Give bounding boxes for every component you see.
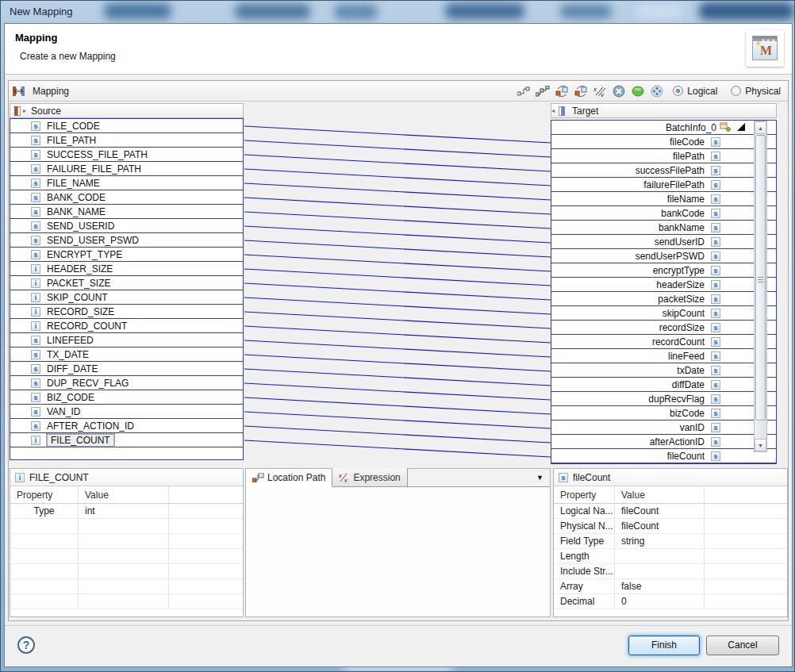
mapping-line[interactable]: [244, 283, 551, 300]
source-field-row[interactable]: sENCRYPT_TYPE: [10, 248, 243, 262]
source-field-row[interactable]: iSKIP_COUNT: [10, 290, 243, 305]
tab-menu-dropdown-icon[interactable]: ▼: [536, 474, 543, 482]
target-field-row[interactable]: afterActionIDs: [551, 435, 776, 449]
property-row[interactable]: Logical Na...fileCount: [554, 504, 787, 519]
expression-icon[interactable]: xy: [592, 84, 608, 98]
target-field-row[interactable]: dupRecvFlags: [551, 392, 776, 406]
mapping-line[interactable]: [244, 397, 551, 414]
property-row[interactable]: Physical N...fileCount: [554, 519, 787, 534]
scroll-down-button[interactable]: ▼: [755, 439, 766, 451]
mapping-line[interactable]: [244, 426, 551, 443]
source-field-row[interactable]: sBANK_NAME: [10, 205, 243, 219]
options-dots-icon[interactable]: [649, 84, 665, 98]
source-field-row[interactable]: iRECORD_COUNT: [10, 319, 243, 333]
source-field-row[interactable]: iHEADER_SIZE: [10, 262, 243, 276]
sync-fields-alt-icon[interactable]: [573, 84, 589, 98]
source-field-row[interactable]: sFILE_NAME: [10, 176, 243, 190]
map-link-icon[interactable]: [516, 84, 532, 98]
map-all-icon[interactable]: [535, 84, 551, 98]
target-field-row[interactable]: filePaths: [551, 149, 776, 163]
tab-expression[interactable]: xy Expression: [332, 468, 407, 486]
mapping-line[interactable]: [244, 298, 551, 314]
target-field-row[interactable]: fileNames: [551, 192, 776, 206]
target-field-row[interactable]: bankCodes: [551, 206, 776, 221]
mapping-line[interactable]: [244, 226, 551, 243]
help-button[interactable]: ?: [17, 636, 35, 654]
target-field-row[interactable]: lineFeeds: [551, 349, 776, 363]
target-field-row[interactable]: recordSizes: [551, 321, 776, 335]
delete-mapping-icon[interactable]: [611, 84, 627, 98]
source-field-row[interactable]: sDUP_RECV_FLAG: [10, 376, 243, 390]
mapping-line[interactable]: [244, 312, 551, 328]
target-field-row[interactable]: vanIDs: [551, 420, 776, 435]
property-row[interactable]: Field Typestring: [554, 534, 787, 549]
mapping-line[interactable]: [244, 169, 551, 186]
property-row[interactable]: Decimal0: [554, 594, 787, 609]
property-row[interactable]: Arrayfalse: [554, 579, 787, 594]
mapping-line[interactable]: [244, 198, 551, 214]
target-field-row[interactable]: fileCodes: [551, 135, 776, 149]
mapping-line[interactable]: [244, 383, 551, 400]
source-field-row[interactable]: iFILE_COUNT: [10, 433, 243, 447]
source-field-row[interactable]: sDIFF_DATE: [10, 362, 243, 376]
target-field-row[interactable]: encryptTypes: [551, 263, 776, 278]
source-field-row[interactable]: sBIZ_CODE: [10, 390, 243, 405]
target-root-row[interactable]: BatchInfo_0: [551, 121, 776, 135]
scrollbar-thumb[interactable]: [755, 135, 766, 420]
mapping-line[interactable]: [244, 355, 551, 371]
target-field-row[interactable]: diffDates: [551, 378, 776, 392]
sync-fields-icon[interactable]: [554, 84, 570, 98]
mapping-line[interactable]: [244, 369, 551, 386]
target-field-row[interactable]: bankNames: [551, 221, 776, 235]
target-field-row[interactable]: packetSizes: [551, 292, 776, 306]
mapping-line[interactable]: [244, 440, 551, 457]
property-row[interactable]: Include Str...: [554, 564, 787, 579]
target-expand-icon[interactable]: ◂: [551, 107, 555, 114]
mapping-line[interactable]: [244, 212, 551, 228]
cancel-button[interactable]: Cancel: [706, 636, 779, 655]
target-field-row[interactable]: recordCounts: [551, 335, 776, 349]
physical-radio-button[interactable]: [731, 86, 741, 96]
mapping-line[interactable]: [244, 340, 551, 357]
property-row[interactable]: Typeint: [10, 504, 243, 519]
target-field-row[interactable]: sendUserIDs: [551, 235, 776, 249]
source-expand-icon[interactable]: ▸: [23, 107, 26, 114]
mapping-line[interactable]: [244, 126, 551, 143]
target-field-row[interactable]: fileCounts: [551, 449, 776, 463]
source-field-row[interactable]: iPACKET_SIZE: [10, 276, 243, 290]
logical-radio-button[interactable]: [673, 86, 683, 96]
target-field-row[interactable]: txDates: [551, 363, 776, 378]
source-field-row[interactable]: iRECORD_SIZE: [10, 305, 243, 319]
target-field-row[interactable]: headerSizes: [551, 278, 776, 292]
mapping-line[interactable]: [244, 326, 551, 343]
source-field-row[interactable]: sBANK_CODE: [10, 190, 243, 205]
target-field-row[interactable]: skipCounts: [551, 306, 776, 321]
mapping-line[interactable]: [244, 240, 551, 257]
status-green-icon[interactable]: [630, 84, 646, 98]
physical-radio[interactable]: Physical: [731, 86, 781, 97]
mapping-line[interactable]: [244, 183, 551, 200]
source-field-row[interactable]: sVAN_ID: [10, 405, 243, 419]
logical-radio[interactable]: Logical: [673, 86, 717, 97]
source-field-row[interactable]: sAFTER_ACTION_ID: [10, 419, 243, 433]
mapping-line[interactable]: [244, 140, 551, 157]
target-field-row[interactable]: successFilePaths: [551, 163, 776, 178]
source-field-row[interactable]: sSEND_USER_PSWD: [10, 233, 243, 248]
property-row[interactable]: Length: [554, 549, 787, 564]
target-field-row[interactable]: bizCodes: [551, 406, 776, 420]
source-field-row[interactable]: sSEND_USERID: [10, 219, 243, 233]
target-field-row[interactable]: sendUserPSWDs: [551, 249, 776, 263]
target-field-row[interactable]: failureFilePaths: [551, 178, 776, 192]
mapping-line[interactable]: [244, 255, 551, 271]
target-scrollbar[interactable]: ▲ ▼: [754, 121, 767, 452]
source-field-row[interactable]: sTX_DATE: [10, 348, 243, 362]
tab-location-path[interactable]: Location Path: [246, 469, 332, 487]
source-field-row[interactable]: sFILE_PATH: [10, 133, 243, 148]
mapping-line[interactable]: [244, 269, 551, 286]
source-field-row[interactable]: sSUCCESS_FILE_PATH: [10, 148, 243, 162]
source-field-row[interactable]: sFILE_CODE: [10, 119, 243, 133]
finish-button[interactable]: Finish: [628, 636, 700, 655]
source-field-row[interactable]: sLINEFEED: [10, 333, 243, 348]
window-titlebar[interactable]: New Mapping: [1, 1, 794, 23]
source-field-row[interactable]: sFAILURE_FILE_PATH: [10, 162, 243, 176]
